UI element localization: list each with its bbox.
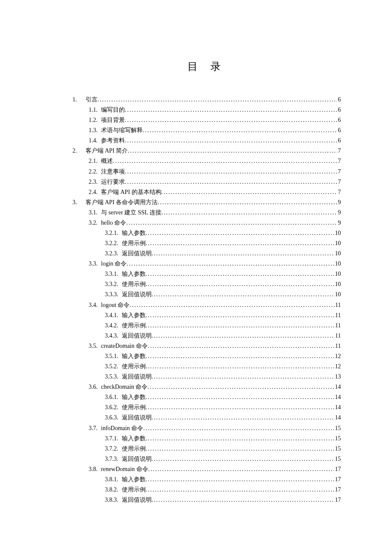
toc-leader-dots bbox=[146, 474, 334, 485]
toc-entry[interactable]: 1.2.项目背景6 bbox=[72, 115, 341, 125]
toc-entry-number: 3.8. bbox=[89, 464, 98, 474]
document-page: 目 录 1.引言61.1.编写目的61.2.项目背景61.3.术语与缩写解释61… bbox=[0, 0, 392, 548]
toc-entry-number: 3. bbox=[72, 197, 77, 208]
toc-entry[interactable]: 3.8.renewDomain 命令17 bbox=[72, 464, 341, 474]
toc-entry-title: 编写目的 bbox=[101, 105, 125, 115]
toc-entry[interactable]: 3.2.2.使用示例10 bbox=[72, 238, 341, 249]
toc-entry[interactable]: 3.7.2.使用示例15 bbox=[72, 444, 341, 454]
toc-entry[interactable]: 3.7.infoDomain 命令15 bbox=[72, 423, 341, 434]
toc-entry-page: 10 bbox=[334, 259, 341, 269]
toc-entry-number: 2.4. bbox=[89, 187, 98, 197]
toc-entry[interactable]: 3.1.与 server 建立 SSL 连接9 bbox=[72, 208, 341, 218]
toc-entry[interactable]: 3.4.2.使用示例11 bbox=[72, 321, 341, 331]
toc-entry-page: 11 bbox=[334, 300, 341, 310]
table-of-contents: 1.引言61.1.编写目的61.2.项目背景61.3.术语与缩写解释61.4.参… bbox=[72, 95, 341, 505]
toc-entry[interactable]: 2.3.运行要求7 bbox=[72, 177, 341, 187]
toc-entry-number: 1.3. bbox=[89, 125, 98, 136]
toc-entry[interactable]: 3.5.createDomain 命令11 bbox=[72, 341, 341, 351]
toc-entry-page: 14 bbox=[334, 392, 341, 402]
toc-entry-page: 6 bbox=[337, 95, 341, 105]
toc-entry[interactable]: 3.8.1.输入参数17 bbox=[72, 474, 341, 485]
toc-entry[interactable]: 3.客户端 API 各命令调用方法9 bbox=[72, 197, 341, 208]
toc-entry-number: 1. bbox=[72, 95, 77, 105]
toc-entry-number: 3.7. bbox=[89, 423, 98, 434]
toc-entry[interactable]: 3.3.2.使用示例10 bbox=[72, 279, 341, 289]
toc-entry-page: 6 bbox=[337, 125, 341, 136]
toc-entry-page: 7 bbox=[337, 156, 341, 166]
toc-entry[interactable]: 3.3.1.输入参数10 bbox=[72, 269, 341, 279]
toc-entry-title: 使用示例 bbox=[122, 279, 146, 289]
toc-leader-dots bbox=[98, 95, 337, 105]
toc-entry[interactable]: 3.5.1.输入参数12 bbox=[72, 351, 341, 361]
toc-entry-title: 使用示例 bbox=[122, 485, 146, 495]
toc-entry[interactable]: 3.4.logout 命令11 bbox=[72, 300, 341, 310]
toc-entry-title: 返回值说明 bbox=[122, 495, 152, 505]
toc-entry[interactable]: 3.6.checkDomain 命令14 bbox=[72, 382, 341, 392]
toc-leader-dots bbox=[113, 156, 337, 166]
toc-entry[interactable]: 3.5.2.使用示例12 bbox=[72, 361, 341, 372]
toc-leader-dots bbox=[146, 434, 334, 444]
toc-entry[interactable]: 3.7.3.返回值说明15 bbox=[72, 454, 341, 464]
toc-leader-dots bbox=[146, 269, 334, 279]
toc-entry-page: 17 bbox=[334, 474, 341, 485]
toc-entry[interactable]: 3.5.3.返回值说明13 bbox=[72, 372, 341, 382]
toc-entry-number: 2.2. bbox=[89, 167, 98, 177]
toc-entry-number: 3.7.1. bbox=[105, 434, 118, 444]
toc-entry-page: 11 bbox=[334, 341, 341, 351]
toc-entry[interactable]: 3.6.3.返回值说明14 bbox=[72, 413, 341, 423]
toc-entry-page: 6 bbox=[337, 136, 341, 146]
toc-entry[interactable]: 1.4.参考资料6 bbox=[72, 136, 341, 146]
toc-leader-dots bbox=[143, 423, 334, 434]
toc-entry-title: 返回值说明 bbox=[122, 331, 152, 341]
toc-leader-dots bbox=[125, 167, 337, 177]
toc-entry[interactable]: 2.4.客户端 API 的基本结构7 bbox=[72, 187, 341, 197]
toc-entry[interactable]: 3.8.2.使用示例17 bbox=[72, 485, 341, 495]
toc-leader-dots bbox=[146, 361, 334, 372]
toc-entry-page: 14 bbox=[334, 413, 341, 423]
toc-entry-page: 10 bbox=[334, 228, 341, 238]
toc-entry[interactable]: 3.2.1.输入参数10 bbox=[72, 228, 341, 238]
toc-entry[interactable]: 3.7.1.输入参数15 bbox=[72, 434, 341, 444]
toc-entry-number: 1.2. bbox=[89, 115, 98, 125]
toc-entry-number: 3.3.2. bbox=[105, 279, 118, 289]
toc-entry[interactable]: 3.8.3.返回值说明17 bbox=[72, 495, 341, 505]
toc-entry-page: 7 bbox=[337, 177, 341, 187]
toc-entry[interactable]: 3.6.2.使用示例14 bbox=[72, 402, 341, 413]
toc-entry[interactable]: 3.2.3.返回值说明10 bbox=[72, 249, 341, 259]
toc-entry[interactable]: 3.4.1.输入参数11 bbox=[72, 310, 341, 321]
toc-entry-number: 3.2. bbox=[89, 218, 98, 228]
toc-entry-title: 使用示例 bbox=[122, 321, 146, 331]
toc-entry[interactable]: 1.引言6 bbox=[72, 95, 341, 105]
toc-entry[interactable]: 3.6.1.输入参数14 bbox=[72, 392, 341, 402]
toc-entry[interactable]: 2.客户端 API 简介7 bbox=[72, 146, 341, 156]
toc-entry-title: 使用示例 bbox=[122, 444, 146, 454]
toc-entry-title: 输入参数 bbox=[122, 392, 146, 402]
toc-entry[interactable]: 3.4.3.返回值说明11 bbox=[72, 331, 341, 341]
toc-entry[interactable]: 3.2.hello 命令9 bbox=[72, 218, 341, 228]
toc-entry[interactable]: 1.3.术语与缩写解释6 bbox=[72, 125, 341, 136]
toc-entry[interactable]: 1.1.编写目的6 bbox=[72, 105, 341, 115]
toc-entry[interactable]: 2.2.注意事项7 bbox=[72, 167, 341, 177]
toc-entry[interactable]: 3.3.login 命令10 bbox=[72, 259, 341, 269]
toc-entry-title: 与 server 建立 SSL 连接 bbox=[101, 208, 161, 218]
toc-entry-number: 3.5.3. bbox=[105, 372, 118, 382]
toc-entry-title: 运行要求 bbox=[101, 177, 125, 187]
toc-leader-dots bbox=[152, 249, 334, 259]
toc-entry-number: 3.8.1. bbox=[105, 474, 118, 485]
toc-entry-number: 3.4. bbox=[89, 300, 98, 310]
toc-entry-page: 13 bbox=[334, 372, 341, 382]
toc-entry-title: 使用示例 bbox=[122, 238, 146, 249]
toc-leader-dots bbox=[152, 331, 334, 341]
toc-entry-title: 使用示例 bbox=[122, 361, 146, 372]
toc-leader-dots bbox=[146, 310, 334, 321]
toc-entry-title: 输入参数 bbox=[122, 269, 146, 279]
toc-leader-dots bbox=[130, 300, 334, 310]
toc-leader-dots bbox=[147, 382, 334, 392]
toc-leader-dots bbox=[152, 289, 334, 300]
toc-entry[interactable]: 3.3.3.返回值说明10 bbox=[72, 289, 341, 300]
toc-entry-page: 17 bbox=[334, 464, 341, 474]
toc-entry-number: 2.1. bbox=[89, 156, 98, 166]
toc-entry[interactable]: 2.1.概述7 bbox=[72, 156, 341, 166]
toc-entry-number: 2.3. bbox=[89, 177, 98, 187]
toc-entry-number: 3.5. bbox=[89, 341, 98, 351]
